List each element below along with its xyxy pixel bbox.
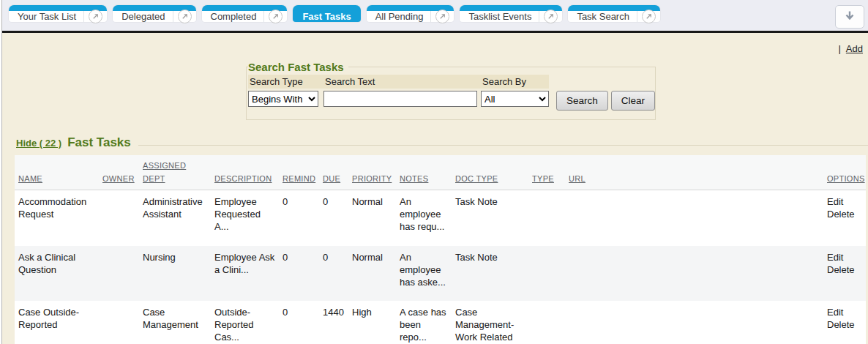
cell-owner <box>99 190 139 246</box>
tab-label: Tasklist Events <box>460 11 539 22</box>
cell-name: Accommodation Request <box>15 190 99 246</box>
column-header-name[interactable]: NAME <box>18 174 42 183</box>
column-header-remind[interactable]: REMIND <box>283 174 315 183</box>
delete-link[interactable]: Delete <box>827 263 862 276</box>
column-header-owner[interactable]: OWNER <box>102 174 135 183</box>
search-text-label: Search Text <box>323 75 481 89</box>
cell-doc-type: Task Note <box>452 190 528 246</box>
down-arrow-icon <box>844 10 856 24</box>
delete-link[interactable]: Delete <box>827 208 862 220</box>
cell-assigned-dept: Administrative Assistant <box>139 190 211 246</box>
cell-remind: 0 <box>279 190 319 246</box>
table-row: Case Outside-Reported Case Management Ou… <box>15 301 866 344</box>
cell-notes: An employee has aske... <box>396 246 452 301</box>
cell-name: Ask a Clinical Question <box>15 246 99 301</box>
column-header-assigned-dept[interactable]: ASSIGNED DEPT <box>143 161 186 183</box>
fast-tasks-table: NAME OWNER ASSIGNED DEPT DESCRIPTION REM… <box>15 155 866 344</box>
search-type-select[interactable]: Begins With <box>248 91 318 107</box>
search-type-label: Search Type <box>248 75 323 89</box>
tab-popout-button[interactable] <box>173 11 196 22</box>
cell-notes: A case has been repo... <box>396 301 452 344</box>
column-header-due[interactable]: DUE <box>323 174 340 183</box>
search-label-spacer <box>549 75 655 89</box>
tab-popout-button[interactable] <box>83 11 107 22</box>
edit-link[interactable]: Edit <box>827 306 862 318</box>
search-buttons: Search Clear <box>549 91 655 111</box>
table-header-row: NAME OWNER ASSIGNED DEPT DESCRIPTION REM… <box>15 155 866 190</box>
cell-doc-type: Task Note <box>452 246 528 301</box>
cell-remind: 0 <box>279 301 319 344</box>
cell-assigned-dept: Nursing <box>139 246 211 301</box>
page-content: | Add Search Fast Tasks Search Type Sear… <box>2 33 868 344</box>
cell-description: Employee Requested A... <box>211 190 279 246</box>
cell-doc-type: Case Management-Work Related Note <box>452 301 528 344</box>
tab-label: Task Search <box>568 11 637 22</box>
tab-delegated[interactable]: Delegated <box>113 5 195 22</box>
edit-link[interactable]: Edit <box>827 195 862 208</box>
search-panel-title: Search Fast Tasks <box>248 61 348 73</box>
add-link[interactable]: Add <box>846 43 863 54</box>
cell-url <box>565 301 823 344</box>
cell-description: Outside-Reported Cas... <box>211 301 279 344</box>
table-row: Accommodation Request Administrative Ass… <box>15 190 866 246</box>
column-header-priority[interactable]: PRIORITY <box>352 174 392 183</box>
tab-popout-button[interactable] <box>539 11 562 22</box>
clear-button[interactable]: Clear <box>611 91 655 111</box>
tab-label: Fast Tasks <box>293 11 360 22</box>
edit-link[interactable]: Edit <box>827 251 862 263</box>
fast-tasks-section-header: Hide ( 22 ) Fast Tasks <box>16 135 868 150</box>
tab-task-search[interactable]: Task Search <box>568 5 660 22</box>
hide-count-link[interactable]: Hide ( 22 ) <box>16 138 61 149</box>
link-separator: | <box>839 43 841 54</box>
tab-fast-tasks[interactable]: Fast Tasks <box>293 5 360 22</box>
tab-label: All Pending <box>367 11 431 22</box>
tab-tasklist-events[interactable]: Tasklist Events <box>460 5 562 22</box>
column-header-options[interactable]: OPTIONS <box>827 174 865 183</box>
cell-type <box>528 301 565 344</box>
cell-type <box>528 246 565 301</box>
cell-remind: 0 <box>279 246 319 301</box>
tab-label: Completed <box>202 11 264 22</box>
cell-owner <box>99 246 139 301</box>
tab-your-task-list[interactable]: Your Task List <box>9 5 107 22</box>
more-tabs-button[interactable] <box>835 5 864 29</box>
open-new-window-icon <box>89 10 102 23</box>
cell-priority: Normal <box>348 246 396 301</box>
open-new-window-icon <box>544 10 558 23</box>
column-header-notes[interactable]: NOTES <box>400 174 428 183</box>
column-header-doc-type[interactable]: DOC TYPE <box>455 174 498 183</box>
cell-priority: Normal <box>348 190 396 246</box>
cell-assigned-dept: Case Management <box>139 301 211 344</box>
tab-all-pending[interactable]: All Pending <box>367 5 454 22</box>
tab-popout-button[interactable] <box>430 11 454 22</box>
open-new-window-icon <box>178 10 192 23</box>
cell-description: Employee Ask a Clini... <box>211 246 279 301</box>
search-text-input[interactable] <box>323 91 477 107</box>
open-new-window-icon <box>435 10 449 23</box>
action-links: | Add <box>2 33 868 56</box>
delete-link[interactable]: Delete <box>827 318 862 331</box>
cell-options: Edit Delete <box>823 190 866 246</box>
cell-type <box>528 190 565 246</box>
search-button[interactable]: Search <box>556 91 608 111</box>
cell-options: Edit Delete <box>823 246 866 301</box>
tab-label: Your Task List <box>9 11 83 22</box>
cell-name: Case Outside-Reported <box>15 301 99 344</box>
tab-popout-button[interactable] <box>263 11 287 22</box>
column-header-type[interactable]: TYPE <box>532 174 554 183</box>
column-header-description[interactable]: DESCRIPTION <box>214 174 272 183</box>
cell-due: 1440 <box>319 301 348 344</box>
fast-tasks-table-container: NAME OWNER ASSIGNED DEPT DESCRIPTION REM… <box>15 155 866 344</box>
cell-due: 0 <box>319 190 348 246</box>
search-by-select[interactable]: All <box>481 91 549 107</box>
open-new-window-icon <box>642 10 656 23</box>
section-title: Fast Tasks <box>67 135 131 150</box>
cell-notes: An employee has requ... <box>396 190 452 246</box>
tab-strip: Your Task List Delegated Completed <box>9 5 660 22</box>
tab-popout-button[interactable] <box>637 11 660 22</box>
section-rule <box>138 145 868 146</box>
column-header-url[interactable]: URL <box>569 174 585 183</box>
cell-url <box>565 246 823 301</box>
tab-completed[interactable]: Completed <box>202 5 288 22</box>
search-form: Search Type Search Text Search By Begins… <box>248 75 655 111</box>
